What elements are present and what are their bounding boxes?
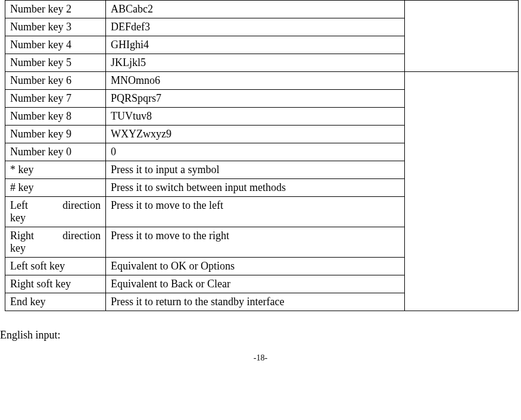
key-cell: Number key 0 [5,143,106,161]
value-cell: Press it to move to the left [106,197,405,227]
value-cell: Press it to switch between input methods [106,179,405,197]
key-mapping-table: Number key 2 ABCabc2 Number key 3 DEFdef… [5,0,519,311]
value-cell: Press it to input a symbol [106,161,405,179]
key-cell: Left direction key [5,197,106,227]
section-heading: English input: [0,329,521,341]
key-cell: # key [5,179,106,197]
key-cell: * key [5,161,106,179]
key-cell: Right soft key [5,275,106,293]
value-cell: Equivalent to OK or Options [106,258,405,275]
key-cell: Right direction key [5,227,106,258]
key-cell: Number key 2 [5,1,106,18]
empty-cell [404,1,518,72]
key-cell: Number key 5 [5,54,106,72]
value-cell: DEFdef3 [106,18,405,36]
key-cell: Number key 3 [5,18,106,36]
value-cell: 0 [106,143,405,161]
key-cell: Left soft key [5,258,106,275]
table-row: Number key 6 MNOmno6 [5,72,519,90]
empty-cell [404,72,518,311]
value-cell: JKLjkl5 [106,54,405,72]
value-cell: TUVtuv8 [106,108,405,126]
table-row: Number key 2 ABCabc2 [5,1,519,18]
key-cell: Number key 7 [5,90,106,108]
value-cell: Press it to move to the right [106,227,405,258]
value-cell: Equivalent to Back or Clear [106,275,405,293]
key-cell: End key [5,293,106,311]
key-cell: Number key 6 [5,72,106,90]
key-cell: Number key 9 [5,126,106,143]
value-cell: Press it to return to the standby interf… [106,293,405,311]
value-cell: PQRSpqrs7 [106,90,405,108]
value-cell: MNOmno6 [106,72,405,90]
value-cell: ABCabc2 [106,1,405,18]
key-cell: Number key 4 [5,36,106,54]
page-number: -18- [0,353,521,363]
key-cell: Number key 8 [5,108,106,126]
value-cell: GHIghi4 [106,36,405,54]
value-cell: WXYZwxyz9 [106,126,405,143]
